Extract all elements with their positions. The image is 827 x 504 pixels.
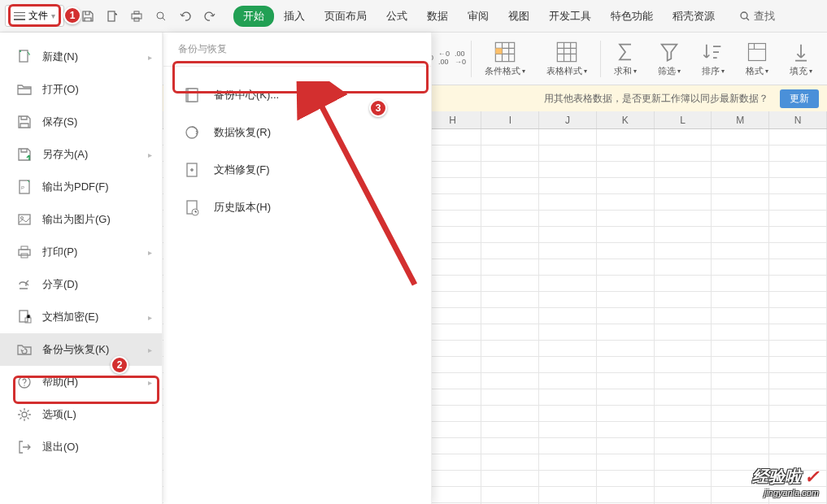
file-menu-options[interactable]: 选项(L)	[0, 398, 162, 431]
cell[interactable]	[481, 146, 539, 161]
cell[interactable]	[424, 162, 482, 177]
cell[interactable]	[597, 357, 655, 372]
cell[interactable]	[424, 389, 482, 405]
cell[interactable]	[769, 243, 827, 259]
cell[interactable]	[655, 194, 712, 210]
cell[interactable]	[655, 227, 712, 242]
file-menu-exit[interactable]: 退出(O)	[0, 431, 162, 463]
cell[interactable]	[481, 276, 539, 291]
col-header-K[interactable]: K	[597, 111, 655, 128]
cell[interactable]	[769, 406, 827, 421]
cell[interactable]	[712, 341, 769, 356]
preview-icon[interactable]	[154, 9, 168, 24]
cell[interactable]	[597, 471, 655, 486]
cell[interactable]	[655, 129, 712, 145]
cell[interactable]	[539, 162, 597, 177]
cell[interactable]	[655, 178, 712, 193]
submenu-repair[interactable]: 文档修复(F)	[163, 151, 431, 189]
sum[interactable]: 求和▾	[606, 33, 645, 85]
cell[interactable]	[424, 129, 482, 145]
file-menu-share[interactable]: 分享(D)	[0, 268, 162, 301]
submenu-recover[interactable]: 数据恢复(R)	[163, 114, 431, 151]
cell[interactable]	[712, 438, 769, 454]
cell[interactable]	[597, 373, 655, 389]
cell[interactable]	[424, 211, 482, 226]
cell[interactable]	[597, 308, 655, 324]
cell[interactable]	[769, 146, 827, 161]
cell[interactable]	[481, 406, 539, 421]
cell[interactable]	[539, 308, 597, 324]
file-menu-save[interactable]: 保存(S)	[0, 106, 162, 138]
submenu-backup-center[interactable]: 备份中心(K)...	[163, 76, 431, 114]
cell[interactable]	[712, 259, 769, 275]
cell[interactable]	[712, 243, 769, 259]
cell[interactable]	[424, 406, 482, 421]
cell[interactable]	[712, 373, 769, 389]
fill[interactable]: 填充▾	[781, 33, 820, 85]
cell[interactable]	[481, 422, 539, 437]
tab-data[interactable]: 数据	[417, 6, 458, 27]
cell[interactable]	[597, 438, 655, 454]
cell[interactable]	[712, 162, 769, 177]
cell[interactable]	[481, 211, 539, 226]
decrease-decimal[interactable]: .00→0	[455, 50, 466, 67]
cell[interactable]	[481, 487, 539, 502]
cell[interactable]	[655, 357, 712, 372]
tab-view[interactable]: 视图	[498, 6, 539, 27]
sort[interactable]: 排序▾	[694, 33, 733, 85]
cell[interactable]	[655, 406, 712, 421]
tab-resource[interactable]: 稻壳资源	[663, 6, 725, 27]
cell[interactable]	[655, 308, 712, 324]
cell[interactable]	[655, 438, 712, 454]
cell[interactable]	[481, 324, 539, 340]
cell[interactable]	[539, 373, 597, 389]
cell[interactable]	[539, 129, 597, 145]
cell[interactable]	[712, 422, 769, 437]
cell[interactable]	[712, 324, 769, 340]
file-menu-image[interactable]: 输出为图片(G)	[0, 203, 162, 236]
cell[interactable]	[481, 292, 539, 307]
cell[interactable]	[597, 162, 655, 177]
cell[interactable]	[539, 292, 597, 307]
cell[interactable]	[424, 259, 482, 275]
cell[interactable]	[539, 227, 597, 242]
submenu-history[interactable]: 历史版本(H)	[163, 189, 431, 226]
tab-review[interactable]: 审阅	[458, 6, 498, 27]
cell[interactable]	[424, 373, 482, 389]
cell[interactable]	[539, 243, 597, 259]
cell[interactable]	[597, 243, 655, 259]
cell[interactable]	[655, 454, 712, 470]
cell[interactable]	[424, 178, 482, 193]
cell[interactable]	[655, 389, 712, 405]
redo-icon[interactable]	[202, 9, 217, 24]
cell[interactable]	[655, 243, 712, 259]
cell[interactable]	[481, 194, 539, 210]
cell[interactable]	[769, 438, 827, 454]
cell[interactable]	[539, 454, 597, 470]
col-header-L[interactable]: L	[655, 111, 712, 128]
cell[interactable]	[769, 324, 827, 340]
cell[interactable]	[424, 422, 482, 437]
cell[interactable]	[481, 373, 539, 389]
cell[interactable]	[597, 341, 655, 356]
cell[interactable]	[712, 211, 769, 226]
cell[interactable]	[424, 276, 482, 291]
file-menu-open[interactable]: 打开(O)	[0, 73, 162, 106]
tab-start[interactable]: 开始	[233, 6, 274, 27]
cell[interactable]	[712, 146, 769, 161]
cell[interactable]	[712, 178, 769, 193]
cell[interactable]	[712, 276, 769, 291]
new-icon[interactable]	[105, 9, 120, 24]
cell[interactable]	[769, 194, 827, 210]
cell[interactable]	[481, 357, 539, 372]
cell[interactable]	[597, 454, 655, 470]
cell[interactable]	[481, 389, 539, 405]
cell[interactable]	[481, 243, 539, 259]
file-menu-backup[interactable]: 备份与恢复(K)▸	[0, 333, 162, 366]
cell[interactable]	[655, 292, 712, 307]
cell[interactable]	[769, 129, 827, 145]
format[interactable]: 格式▾	[738, 33, 777, 85]
cell[interactable]	[597, 487, 655, 502]
cell[interactable]	[769, 211, 827, 226]
col-header-I[interactable]: I	[481, 111, 539, 128]
